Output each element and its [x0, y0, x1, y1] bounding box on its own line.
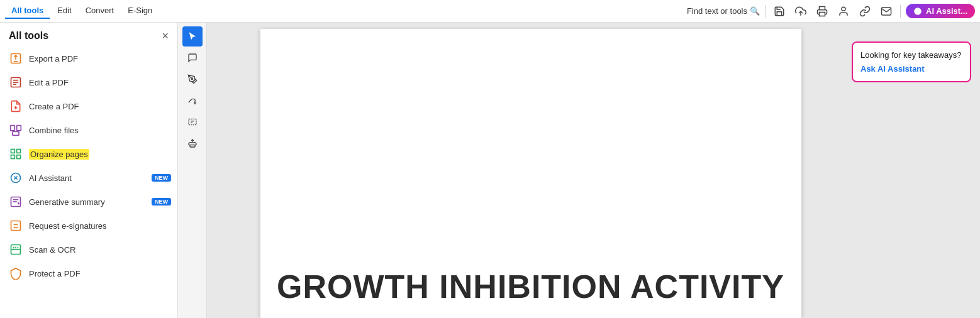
stamp-tool-button[interactable]: [182, 133, 203, 153]
menu-item-alltools[interactable]: All tools: [5, 3, 50, 19]
main-layout: All tools × Export a PDF Edit a PDF Crea…: [0, 23, 980, 318]
svg-point-2: [842, 7, 845, 11]
tool-gen-label: Generative summary: [29, 197, 169, 207]
tool-item-protect[interactable]: Protect a PDF: [0, 261, 177, 285]
svg-rect-19: [17, 155, 21, 159]
sidebar: All tools × Export a PDF Edit a PDF Crea…: [0, 23, 178, 318]
create-icon: [9, 99, 23, 113]
document-area: GROWTH INHIBITION ACTIVITY: [207, 23, 854, 318]
svg-rect-33: [189, 119, 196, 124]
tool-create-label: Create a PDF: [29, 102, 169, 111]
tool-item-organize[interactable]: Organize pages: [0, 142, 177, 166]
tool-edit-label: Edit a PDF: [29, 78, 169, 87]
protect-icon: [9, 266, 23, 280]
tool-export-label: Export a PDF: [29, 54, 169, 63]
save-icon[interactable]: [771, 3, 788, 20]
document-title: GROWTH INHIBITION ACTIVITY: [277, 268, 784, 318]
ai-button-label: AI Assist...: [926, 6, 967, 16]
tool-item-gen[interactable]: Generative summary NEW: [0, 190, 177, 214]
sidebar-title: All tools: [9, 30, 48, 41]
menu-item-convert[interactable]: Convert: [79, 3, 121, 19]
search-icon: 🔍: [750, 6, 760, 16]
tool-item-edit[interactable]: Edit a PDF: [0, 70, 177, 94]
upload-icon[interactable]: [792, 3, 810, 20]
svg-rect-18: [11, 155, 15, 159]
svg-point-32: [194, 102, 196, 104]
svg-rect-13: [11, 126, 15, 131]
tool-protect-label: Protect a PDF: [29, 269, 169, 278]
menu-item-edit[interactable]: Edit: [51, 3, 77, 19]
menu-bar: All tools Edit Convert E-Sign Find text …: [0, 0, 980, 23]
tool-item-export[interactable]: Export a PDF: [0, 47, 177, 70]
find-text-tools[interactable]: Find text or tools 🔍: [687, 6, 760, 16]
close-sidebar-button[interactable]: ×: [162, 30, 169, 41]
svg-rect-15: [13, 132, 19, 136]
scan-icon: [9, 243, 23, 256]
svg-rect-36: [190, 145, 195, 147]
ai-new-badge: NEW: [152, 174, 171, 182]
svg-rect-24: [11, 221, 21, 231]
tool-item-create[interactable]: Create a PDF: [0, 94, 177, 118]
account-icon[interactable]: [835, 3, 852, 20]
organize-icon: [9, 147, 23, 161]
pen-tool-button[interactable]: [182, 69, 203, 89]
export-icon: [9, 52, 23, 65]
tool-ai-label: AI Assistant: [29, 173, 169, 183]
tool-item-combine[interactable]: Combine files: [0, 118, 177, 142]
email-icon[interactable]: [877, 3, 895, 20]
sidebar-header: All tools ×: [0, 23, 177, 47]
ai-bubble[interactable]: Looking for key takeaways? Ask AI Assist…: [852, 41, 971, 82]
ai-icon: [9, 171, 23, 185]
cursor-tool-button[interactable]: [182, 26, 203, 47]
print-icon[interactable]: [813, 3, 831, 20]
tool-esign-label: Request e-signatures: [29, 221, 169, 231]
gen-icon: [9, 195, 23, 209]
comment-tool-button[interactable]: [182, 48, 203, 68]
menu-right: Find text or tools 🔍 AI Assist...: [687, 3, 975, 20]
ai-bubble-line2: Ask AI Assistant: [860, 63, 962, 75]
text-select-tool-button[interactable]: [182, 112, 203, 132]
tool-item-esign[interactable]: Request e-signatures: [0, 214, 177, 238]
organize-highlight: Organize pages: [29, 149, 89, 160]
svg-point-3: [914, 8, 922, 15]
document-page: GROWTH INHIBITION ACTIVITY: [260, 29, 801, 318]
svg-rect-17: [17, 150, 21, 153]
vertical-toolbar: [178, 23, 207, 318]
svg-rect-16: [11, 150, 15, 153]
tool-combine-label: Combine files: [29, 126, 169, 135]
ai-assistant-button[interactable]: AI Assist...: [906, 4, 975, 18]
gen-new-badge: NEW: [152, 198, 171, 206]
right-panel: Looking for key takeaways? Ask AI Assist…: [854, 23, 980, 318]
tool-organize-label: Organize pages: [29, 150, 169, 159]
draw-tool-button[interactable]: [182, 90, 203, 111]
menu-item-esign[interactable]: E-Sign: [121, 3, 159, 19]
svg-rect-14: [17, 126, 21, 131]
svg-rect-1: [820, 12, 825, 16]
ai-bubble-line1: Looking for key takeaways?: [860, 49, 962, 62]
svg-point-31: [191, 78, 193, 80]
tool-item-scan[interactable]: Scan & OCR: [0, 238, 177, 261]
tool-scan-label: Scan & OCR: [29, 245, 169, 255]
find-text-label: Find text or tools: [687, 6, 747, 16]
divider-1: [765, 5, 766, 18]
tool-item-ai[interactable]: AI Assistant NEW: [0, 166, 177, 190]
esign-icon: [9, 219, 23, 233]
edit-icon: [9, 75, 23, 89]
divider-2: [900, 5, 901, 18]
link-icon[interactable]: [856, 3, 874, 20]
menu-left: All tools Edit Convert E-Sign: [5, 3, 159, 19]
combine-icon: [9, 123, 23, 137]
